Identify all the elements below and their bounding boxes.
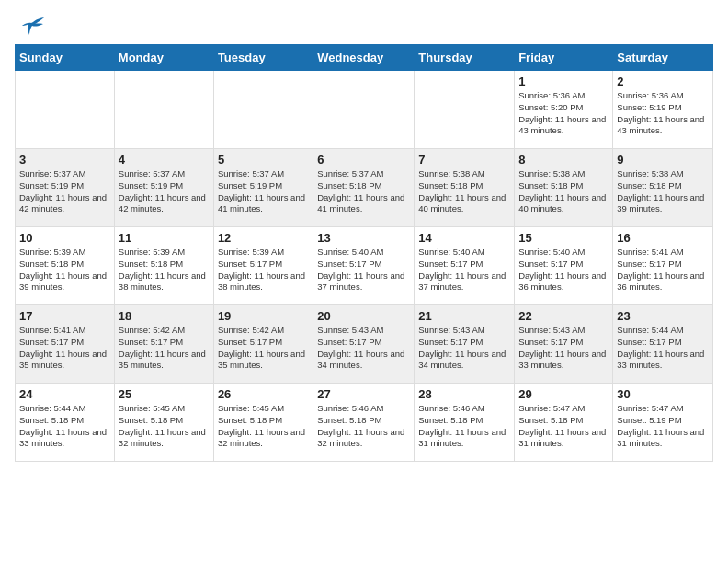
day-number: 1 — [518, 75, 609, 88]
calendar-day-cell: 24Sunrise: 5:44 AMSunset: 5:18 PMDayligh… — [16, 384, 115, 462]
day-info: Sunrise: 5:36 AMSunset: 5:19 PMDaylight:… — [617, 90, 709, 137]
day-info: Sunrise: 5:41 AMSunset: 5:17 PMDaylight:… — [19, 325, 110, 372]
calendar-day-cell: 23Sunrise: 5:44 AMSunset: 5:17 PMDayligh… — [613, 305, 713, 384]
day-number: 21 — [418, 309, 510, 323]
calendar-day-cell: 30Sunrise: 5:47 AMSunset: 5:19 PMDayligh… — [613, 384, 713, 462]
day-number: 11 — [119, 231, 210, 245]
day-number: 6 — [317, 153, 410, 167]
day-info: Sunrise: 5:44 AMSunset: 5:18 PMDaylight:… — [19, 403, 110, 450]
day-info: Sunrise: 5:46 AMSunset: 5:18 PMDaylight:… — [317, 403, 410, 450]
day-info: Sunrise: 5:37 AMSunset: 5:19 PMDaylight:… — [119, 168, 210, 215]
calendar-day-cell: 14Sunrise: 5:40 AMSunset: 5:17 PMDayligh… — [415, 227, 515, 305]
day-number: 2 — [617, 75, 709, 88]
day-info: Sunrise: 5:37 AMSunset: 5:19 PMDaylight:… — [218, 168, 309, 215]
calendar-empty-cell — [16, 71, 115, 149]
calendar-day-cell: 6Sunrise: 5:37 AMSunset: 5:18 PMDaylight… — [313, 149, 415, 227]
calendar-day-cell: 26Sunrise: 5:45 AMSunset: 5:18 PMDayligh… — [213, 384, 313, 462]
calendar-day-cell: 4Sunrise: 5:37 AMSunset: 5:19 PMDaylight… — [114, 149, 213, 227]
calendar-day-cell: 21Sunrise: 5:43 AMSunset: 5:17 PMDayligh… — [415, 305, 515, 384]
calendar-day-cell: 25Sunrise: 5:45 AMSunset: 5:18 PMDayligh… — [114, 384, 213, 462]
day-number: 4 — [119, 153, 210, 167]
weekday-header-friday: Friday — [515, 45, 613, 71]
calendar-day-cell: 7Sunrise: 5:38 AMSunset: 5:18 PMDaylight… — [415, 149, 515, 227]
weekday-header-wednesday: Wednesday — [313, 45, 415, 71]
calendar-day-cell: 28Sunrise: 5:46 AMSunset: 5:18 PMDayligh… — [415, 384, 515, 462]
calendar-day-cell: 2Sunrise: 5:36 AMSunset: 5:19 PMDaylight… — [613, 71, 713, 149]
calendar-day-cell: 16Sunrise: 5:41 AMSunset: 5:17 PMDayligh… — [613, 227, 713, 305]
day-info: Sunrise: 5:38 AMSunset: 5:18 PMDaylight:… — [617, 168, 709, 215]
calendar-empty-cell — [415, 71, 515, 149]
calendar-week-row: 17Sunrise: 5:41 AMSunset: 5:17 PMDayligh… — [16, 305, 713, 384]
calendar-day-cell: 17Sunrise: 5:41 AMSunset: 5:17 PMDayligh… — [16, 305, 115, 384]
day-info: Sunrise: 5:43 AMSunset: 5:17 PMDaylight:… — [518, 325, 609, 372]
day-number: 14 — [418, 231, 510, 245]
calendar-week-row: 3Sunrise: 5:37 AMSunset: 5:19 PMDaylight… — [16, 149, 713, 227]
weekday-header-row: SundayMondayTuesdayWednesdayThursdayFrid… — [16, 45, 713, 71]
calendar-day-cell: 8Sunrise: 5:38 AMSunset: 5:18 PMDaylight… — [515, 149, 613, 227]
day-info: Sunrise: 5:38 AMSunset: 5:18 PMDaylight:… — [518, 168, 609, 215]
day-number: 12 — [218, 231, 309, 245]
day-number: 28 — [418, 387, 510, 401]
day-info: Sunrise: 5:39 AMSunset: 5:18 PMDaylight:… — [119, 247, 210, 293]
day-number: 3 — [19, 153, 110, 167]
day-info: Sunrise: 5:43 AMSunset: 5:17 PMDaylight:… — [418, 325, 510, 372]
day-info: Sunrise: 5:45 AMSunset: 5:18 PMDaylight:… — [218, 403, 309, 450]
day-number: 10 — [19, 231, 110, 245]
day-number: 26 — [218, 387, 309, 401]
day-number: 7 — [418, 153, 510, 167]
day-number: 27 — [317, 387, 410, 401]
day-number: 23 — [617, 309, 709, 323]
weekday-header-saturday: Saturday — [613, 45, 713, 71]
day-info: Sunrise: 5:47 AMSunset: 5:19 PMDaylight:… — [617, 403, 709, 450]
day-number: 25 — [119, 387, 210, 401]
calendar-day-cell: 1Sunrise: 5:36 AMSunset: 5:20 PMDaylight… — [515, 71, 613, 149]
day-info: Sunrise: 5:41 AMSunset: 5:17 PMDaylight:… — [617, 247, 709, 293]
calendar-wrapper: SundayMondayTuesdayWednesdayThursdayFrid… — [0, 44, 728, 469]
calendar-day-cell: 5Sunrise: 5:37 AMSunset: 5:19 PMDaylight… — [213, 149, 313, 227]
calendar-day-cell: 19Sunrise: 5:42 AMSunset: 5:17 PMDayligh… — [213, 305, 313, 384]
day-number: 9 — [617, 153, 709, 167]
day-info: Sunrise: 5:37 AMSunset: 5:18 PMDaylight:… — [317, 168, 410, 215]
calendar-day-cell: 18Sunrise: 5:42 AMSunset: 5:17 PMDayligh… — [114, 305, 213, 384]
calendar-day-cell: 27Sunrise: 5:46 AMSunset: 5:18 PMDayligh… — [313, 384, 415, 462]
calendar-week-row: 1Sunrise: 5:36 AMSunset: 5:20 PMDaylight… — [16, 71, 713, 149]
day-info: Sunrise: 5:45 AMSunset: 5:18 PMDaylight:… — [119, 403, 210, 450]
calendar-day-cell: 22Sunrise: 5:43 AMSunset: 5:17 PMDayligh… — [515, 305, 613, 384]
weekday-header-thursday: Thursday — [415, 45, 515, 71]
day-number: 16 — [617, 231, 709, 245]
calendar-day-cell: 12Sunrise: 5:39 AMSunset: 5:17 PMDayligh… — [213, 227, 313, 305]
calendar-day-cell: 20Sunrise: 5:43 AMSunset: 5:17 PMDayligh… — [313, 305, 415, 384]
calendar-day-cell: 3Sunrise: 5:37 AMSunset: 5:19 PMDaylight… — [16, 149, 115, 227]
calendar-empty-cell — [213, 71, 313, 149]
day-info: Sunrise: 5:43 AMSunset: 5:17 PMDaylight:… — [317, 325, 410, 372]
day-number: 13 — [317, 231, 410, 245]
day-info: Sunrise: 5:40 AMSunset: 5:17 PMDaylight:… — [317, 247, 410, 293]
calendar-day-cell: 10Sunrise: 5:39 AMSunset: 5:18 PMDayligh… — [16, 227, 115, 305]
calendar-day-cell: 15Sunrise: 5:40 AMSunset: 5:17 PMDayligh… — [515, 227, 613, 305]
day-info: Sunrise: 5:36 AMSunset: 5:20 PMDaylight:… — [518, 90, 609, 137]
day-info: Sunrise: 5:42 AMSunset: 5:17 PMDaylight:… — [218, 325, 309, 372]
calendar-empty-cell — [114, 71, 213, 149]
day-number: 5 — [218, 153, 309, 167]
day-number: 20 — [317, 309, 410, 323]
day-number: 17 — [19, 309, 110, 323]
day-info: Sunrise: 5:47 AMSunset: 5:18 PMDaylight:… — [518, 403, 609, 450]
weekday-header-sunday: Sunday — [16, 45, 115, 71]
day-info: Sunrise: 5:38 AMSunset: 5:18 PMDaylight:… — [418, 168, 510, 215]
day-number: 29 — [518, 387, 609, 401]
day-number: 30 — [617, 387, 709, 401]
day-info: Sunrise: 5:40 AMSunset: 5:17 PMDaylight:… — [518, 247, 609, 293]
day-number: 15 — [518, 231, 609, 245]
calendar-day-cell: 29Sunrise: 5:47 AMSunset: 5:18 PMDayligh… — [515, 384, 613, 462]
day-number: 24 — [19, 387, 110, 401]
calendar-day-cell: 13Sunrise: 5:40 AMSunset: 5:17 PMDayligh… — [313, 227, 415, 305]
day-info: Sunrise: 5:44 AMSunset: 5:17 PMDaylight:… — [617, 325, 709, 372]
calendar-week-row: 24Sunrise: 5:44 AMSunset: 5:18 PMDayligh… — [16, 384, 713, 462]
day-info: Sunrise: 5:37 AMSunset: 5:19 PMDaylight:… — [19, 168, 110, 215]
logo — [18, 15, 46, 37]
weekday-header-monday: Monday — [114, 45, 213, 71]
day-info: Sunrise: 5:42 AMSunset: 5:17 PMDaylight:… — [119, 325, 210, 372]
day-number: 8 — [518, 153, 609, 167]
day-number: 18 — [119, 309, 210, 323]
weekday-header-tuesday: Tuesday — [213, 45, 313, 71]
